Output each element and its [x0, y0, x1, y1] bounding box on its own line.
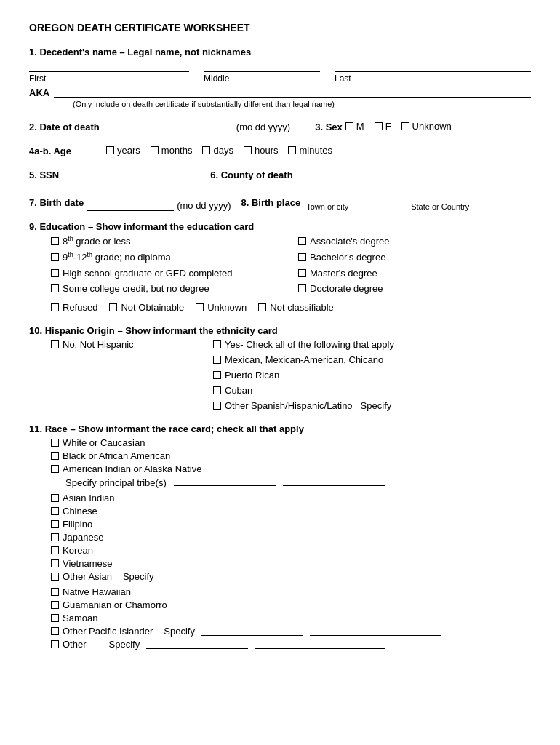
edu-not-classifiable: Not classifiable [258, 302, 333, 313]
aka-row: AKA [29, 87, 531, 98]
aka-note: (Only include on death certificate if su… [73, 100, 531, 108]
edu-9th-label: 9th-12th grade; no diploma [63, 251, 171, 263]
sex-m-checkbox[interactable] [345, 122, 353, 130]
date-of-death-field[interactable] [103, 119, 233, 130]
hisp-cuban-checkbox[interactable] [213, 386, 221, 394]
section-10: 10. Hispanic Origin – Show informant the… [29, 325, 531, 413]
county-of-death-field[interactable] [296, 167, 441, 178]
tribe-field-1[interactable] [174, 476, 276, 486]
edu-assoc: Associate's degree [298, 235, 531, 247]
birthplace-country-field[interactable] [411, 191, 520, 202]
race-white-checkbox[interactable] [51, 439, 59, 447]
other-field-2[interactable] [255, 639, 385, 649]
other-asian-field-2[interactable] [269, 571, 400, 581]
first-name-line[interactable] [29, 60, 189, 72]
sex-m-item: M [345, 121, 364, 132]
edu-doctorate-label: Doctorate degree [310, 283, 383, 294]
age-minutes-checkbox[interactable] [288, 146, 296, 154]
race-other-checkbox[interactable] [51, 640, 59, 648]
other-field-1[interactable] [146, 639, 248, 649]
race-asian-indian-checkbox[interactable] [51, 494, 59, 502]
age-field[interactable] [74, 143, 103, 154]
race-asian-indian-label: Asian Indian [63, 493, 115, 503]
middle-name-line[interactable] [204, 60, 320, 72]
race-japanese: Japanese [51, 532, 531, 543]
hisp-specify-field[interactable] [398, 400, 529, 410]
other-asian-specify-label: Specify [123, 571, 154, 582]
race-aian-checkbox[interactable] [51, 465, 59, 473]
sex-f-checkbox[interactable] [375, 122, 383, 130]
birth-date-field[interactable] [87, 199, 174, 211]
sex-unknown-label: Unknown [412, 121, 452, 132]
edu-not-obtainable-label: Not Obtainable [121, 302, 184, 313]
hisp-puerto-rican-checkbox[interactable] [213, 371, 221, 379]
race-guamanian-label: Guamanian or Chamorro [63, 599, 167, 610]
edu-doctorate-checkbox[interactable] [298, 284, 306, 292]
edu-some-college-checkbox[interactable] [51, 284, 59, 292]
other-pacific-field-1[interactable] [201, 626, 303, 636]
race-vietnamese: Vietnamese [51, 558, 531, 569]
edu-not-obtainable: Not Obtainable [109, 302, 184, 313]
race-black-checkbox[interactable] [51, 452, 59, 460]
edu-8th-grade: 8th grade or less [51, 235, 284, 247]
race-vietnamese-checkbox[interactable] [51, 559, 59, 567]
race-aian-label: American Indian or Alaska Native [63, 463, 201, 474]
middle-name-label: Middle [204, 73, 320, 84]
other-asian-field-1[interactable] [161, 571, 263, 581]
tribe-field-2[interactable] [283, 476, 385, 486]
ssn-field[interactable] [62, 167, 171, 178]
race-japanese-checkbox[interactable] [51, 533, 59, 541]
s8-label: 8. Birth place [241, 197, 301, 208]
edu-hs-checkbox[interactable] [51, 269, 59, 277]
age-hours-checkbox[interactable] [244, 146, 252, 154]
s4-row: 4a-b. Age years months days hours minute… [29, 143, 531, 159]
race-other-asian-checkbox[interactable] [51, 573, 59, 581]
race-other-label: Other [63, 639, 87, 650]
race-native-hawaiian-checkbox[interactable] [51, 588, 59, 596]
edu-refused-checkbox[interactable] [51, 303, 59, 311]
hisp-other-checkbox[interactable] [213, 402, 221, 410]
other-specify-label: Specify [109, 639, 140, 650]
aka-field[interactable] [54, 87, 531, 98]
hisp-yes-checkbox[interactable] [213, 340, 221, 348]
race-chinese-label: Chinese [63, 506, 97, 517]
hisp-puerto-rican-label: Puerto Rican [225, 370, 279, 381]
section-1: 1. Decedent's name – Legal name, not nic… [29, 47, 531, 108]
hisp-no-checkbox[interactable] [51, 340, 59, 348]
tribe-specify-label: Specify principal tribe(s) [65, 477, 167, 488]
edu-not-classifiable-checkbox[interactable] [258, 303, 266, 311]
edu-assoc-checkbox[interactable] [298, 237, 306, 245]
age-days-checkbox[interactable] [202, 146, 210, 154]
birthplace-town-field[interactable] [306, 191, 401, 202]
edu-unknown-checkbox[interactable] [196, 303, 204, 311]
age-months-checkbox[interactable] [151, 146, 159, 154]
s5-s6-row: 5. SSN 6. County of death [29, 167, 531, 183]
date-of-death-hint: (mo dd yyyy) [236, 121, 290, 132]
race-chinese: Chinese [51, 506, 531, 517]
birthplace-town-label: Town or city [306, 202, 401, 211]
age-years-checkbox[interactable] [106, 146, 114, 154]
race-other-asian: Other Asian Specify [51, 571, 531, 582]
race-other-pacific-checkbox[interactable] [51, 627, 59, 635]
sex-unknown-checkbox[interactable] [401, 122, 409, 130]
edu-9th-checkbox[interactable] [51, 253, 59, 261]
s7-s8-row: 7. Birth date (mo dd yyyy) 8. Birth plac… [29, 191, 531, 211]
last-name-line[interactable] [335, 60, 531, 72]
s10-label: 10. Hispanic Origin – Show informant the… [29, 325, 531, 336]
edu-not-obtainable-checkbox[interactable] [109, 303, 117, 311]
edu-8th-checkbox[interactable] [51, 237, 59, 245]
other-pacific-field-2[interactable] [310, 626, 441, 636]
hisp-cuban: Cuban [213, 385, 531, 396]
hisp-mexican-checkbox[interactable] [213, 356, 221, 364]
race-filipino-checkbox[interactable] [51, 520, 59, 528]
race-chinese-checkbox[interactable] [51, 507, 59, 515]
race-samoan-checkbox[interactable] [51, 614, 59, 622]
s2-s3-row: 2. Date of death (mo dd yyyy) 3. Sex M F… [29, 119, 531, 135]
s9-options-grid: 8th grade or less Associate's degree 9th… [51, 235, 531, 296]
edu-master-checkbox[interactable] [298, 269, 306, 277]
race-native-hawaiian: Native Hawaiian [51, 586, 531, 597]
race-korean-checkbox[interactable] [51, 546, 59, 554]
edu-bachelor-checkbox[interactable] [298, 253, 306, 261]
race-guamanian-checkbox[interactable] [51, 601, 59, 609]
section-11: 11. Race – Show informant the race card;… [29, 423, 531, 650]
